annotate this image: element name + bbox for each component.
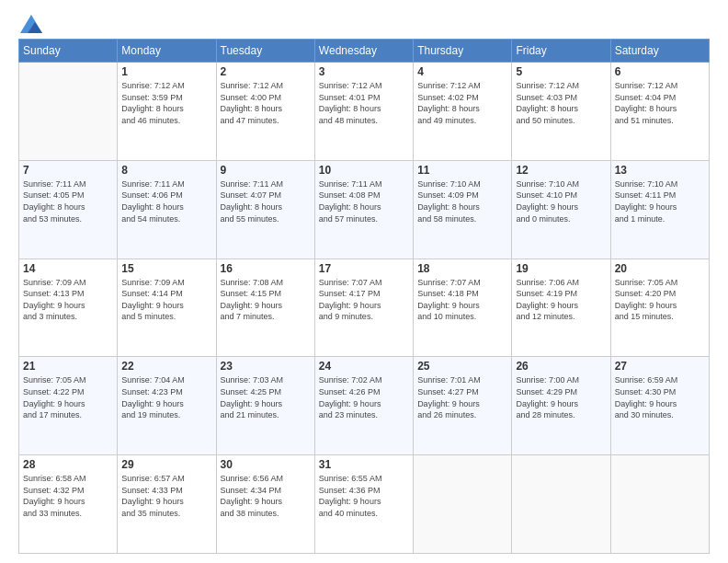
- logo-icon: [20, 15, 42, 33]
- cell-info-text: Sunrise: 7:11 AMSunset: 4:05 PMDaylight:…: [23, 178, 113, 224]
- cell-day-number: 24: [319, 360, 409, 373]
- cell-day-number: 1: [121, 65, 211, 78]
- calendar-cell: 26Sunrise: 7:00 AMSunset: 4:29 PMDayligh…: [512, 357, 610, 455]
- cell-day-number: 23: [221, 360, 311, 373]
- cell-info-text: Sunrise: 7:05 AMSunset: 4:22 PMDaylight:…: [23, 374, 113, 420]
- calendar-cell: 21Sunrise: 7:05 AMSunset: 4:22 PMDayligh…: [19, 357, 118, 455]
- calendar-week-3: 14Sunrise: 7:09 AMSunset: 4:13 PMDayligh…: [19, 259, 710, 357]
- cell-day-number: 22: [121, 360, 211, 373]
- cell-day-number: 30: [221, 458, 311, 471]
- cell-info-text: Sunrise: 7:10 AMSunset: 4:09 PMDaylight:…: [417, 178, 507, 224]
- calendar-cell: [19, 63, 118, 161]
- cell-info-text: Sunrise: 7:03 AMSunset: 4:25 PMDaylight:…: [221, 374, 311, 420]
- cell-info-text: Sunrise: 6:55 AMSunset: 4:36 PMDaylight:…: [319, 473, 409, 519]
- calendar-cell: 8Sunrise: 7:11 AMSunset: 4:06 PMDaylight…: [118, 160, 216, 259]
- cell-day-number: 5: [516, 65, 606, 78]
- calendar-cell: 15Sunrise: 7:09 AMSunset: 4:14 PMDayligh…: [118, 259, 216, 357]
- calendar-cell: [414, 455, 512, 554]
- calendar-cell: 19Sunrise: 7:06 AMSunset: 4:19 PMDayligh…: [512, 259, 610, 357]
- calendar-cell: 18Sunrise: 7:07 AMSunset: 4:18 PMDayligh…: [414, 259, 512, 357]
- calendar-cell: 7Sunrise: 7:11 AMSunset: 4:05 PMDaylight…: [19, 160, 118, 259]
- calendar-cell: 28Sunrise: 6:58 AMSunset: 4:32 PMDayligh…: [19, 455, 118, 554]
- cell-day-number: 16: [221, 262, 311, 275]
- cell-day-number: 18: [417, 262, 507, 275]
- cell-day-number: 3: [319, 65, 409, 78]
- calendar-cell: 25Sunrise: 7:01 AMSunset: 4:27 PMDayligh…: [414, 357, 512, 455]
- cell-info-text: Sunrise: 6:59 AMSunset: 4:30 PMDaylight:…: [615, 374, 705, 420]
- cell-day-number: 14: [23, 262, 113, 275]
- calendar-cell: 29Sunrise: 6:57 AMSunset: 4:33 PMDayligh…: [118, 455, 216, 554]
- cell-day-number: 12: [516, 164, 606, 177]
- cell-info-text: Sunrise: 7:10 AMSunset: 4:10 PMDaylight:…: [516, 178, 606, 224]
- calendar-cell: 20Sunrise: 7:05 AMSunset: 4:20 PMDayligh…: [610, 259, 709, 357]
- cell-day-number: 6: [615, 65, 705, 78]
- cell-info-text: Sunrise: 7:09 AMSunset: 4:14 PMDaylight:…: [121, 277, 211, 323]
- cell-day-number: 29: [121, 458, 211, 471]
- cell-info-text: Sunrise: 7:11 AMSunset: 4:08 PMDaylight:…: [319, 178, 409, 224]
- cell-day-number: 8: [121, 164, 211, 177]
- calendar-header-saturday: Saturday: [610, 40, 709, 63]
- page: SundayMondayTuesdayWednesdayThursdayFrid…: [0, 0, 728, 563]
- cell-info-text: Sunrise: 6:57 AMSunset: 4:33 PMDaylight:…: [121, 473, 211, 519]
- cell-info-text: Sunrise: 7:08 AMSunset: 4:15 PMDaylight:…: [221, 277, 311, 323]
- cell-info-text: Sunrise: 7:12 AMSunset: 4:02 PMDaylight:…: [417, 80, 507, 126]
- cell-info-text: Sunrise: 7:12 AMSunset: 4:00 PMDaylight:…: [221, 80, 311, 126]
- cell-day-number: 25: [417, 360, 507, 373]
- cell-info-text: Sunrise: 6:58 AMSunset: 4:32 PMDaylight:…: [23, 473, 113, 519]
- calendar-header-friday: Friday: [512, 40, 610, 63]
- calendar-week-4: 21Sunrise: 7:05 AMSunset: 4:22 PMDayligh…: [19, 357, 710, 455]
- calendar-cell: 17Sunrise: 7:07 AMSunset: 4:17 PMDayligh…: [314, 259, 413, 357]
- calendar-table: SundayMondayTuesdayWednesdayThursdayFrid…: [18, 39, 710, 554]
- cell-info-text: Sunrise: 7:06 AMSunset: 4:19 PMDaylight:…: [516, 277, 606, 323]
- cell-day-number: 10: [319, 164, 409, 177]
- calendar-cell: 10Sunrise: 7:11 AMSunset: 4:08 PMDayligh…: [314, 160, 413, 259]
- calendar-week-2: 7Sunrise: 7:11 AMSunset: 4:05 PMDaylight…: [19, 160, 710, 259]
- logo: [18, 15, 42, 29]
- cell-day-number: 28: [23, 458, 113, 471]
- calendar-cell: 4Sunrise: 7:12 AMSunset: 4:02 PMDaylight…: [414, 63, 512, 161]
- calendar-week-1: 1Sunrise: 7:12 AMSunset: 3:59 PMDaylight…: [19, 63, 710, 161]
- calendar-cell: 12Sunrise: 7:10 AMSunset: 4:10 PMDayligh…: [512, 160, 610, 259]
- cell-day-number: 21: [23, 360, 113, 373]
- calendar-cell: 30Sunrise: 6:56 AMSunset: 4:34 PMDayligh…: [216, 455, 314, 554]
- cell-day-number: 20: [615, 262, 705, 275]
- calendar-cell: 23Sunrise: 7:03 AMSunset: 4:25 PMDayligh…: [216, 357, 314, 455]
- calendar-header-tuesday: Tuesday: [216, 40, 314, 63]
- calendar-week-5: 28Sunrise: 6:58 AMSunset: 4:32 PMDayligh…: [19, 455, 710, 554]
- cell-info-text: Sunrise: 6:56 AMSunset: 4:34 PMDaylight:…: [221, 473, 311, 519]
- cell-day-number: 9: [221, 164, 311, 177]
- calendar-header-wednesday: Wednesday: [314, 40, 413, 63]
- calendar-cell: 1Sunrise: 7:12 AMSunset: 3:59 PMDaylight…: [118, 63, 216, 161]
- cell-info-text: Sunrise: 7:12 AMSunset: 3:59 PMDaylight:…: [121, 80, 211, 126]
- calendar-header-row: SundayMondayTuesdayWednesdayThursdayFrid…: [19, 40, 710, 63]
- cell-info-text: Sunrise: 7:10 AMSunset: 4:11 PMDaylight:…: [615, 178, 705, 224]
- calendar-cell: 27Sunrise: 6:59 AMSunset: 4:30 PMDayligh…: [610, 357, 709, 455]
- cell-info-text: Sunrise: 7:04 AMSunset: 4:23 PMDaylight:…: [121, 374, 211, 420]
- calendar-cell: 22Sunrise: 7:04 AMSunset: 4:23 PMDayligh…: [118, 357, 216, 455]
- cell-day-number: 11: [417, 164, 507, 177]
- cell-day-number: 4: [417, 65, 507, 78]
- calendar-cell: 31Sunrise: 6:55 AMSunset: 4:36 PMDayligh…: [314, 455, 413, 554]
- calendar-header-sunday: Sunday: [19, 40, 118, 63]
- cell-info-text: Sunrise: 7:07 AMSunset: 4:17 PMDaylight:…: [319, 277, 409, 323]
- cell-info-text: Sunrise: 7:12 AMSunset: 4:03 PMDaylight:…: [516, 80, 606, 126]
- cell-day-number: 2: [221, 65, 311, 78]
- cell-info-text: Sunrise: 7:01 AMSunset: 4:27 PMDaylight:…: [417, 374, 507, 420]
- cell-info-text: Sunrise: 7:07 AMSunset: 4:18 PMDaylight:…: [417, 277, 507, 323]
- calendar-cell: 6Sunrise: 7:12 AMSunset: 4:04 PMDaylight…: [610, 63, 709, 161]
- calendar-cell: 3Sunrise: 7:12 AMSunset: 4:01 PMDaylight…: [314, 63, 413, 161]
- calendar-cell: 11Sunrise: 7:10 AMSunset: 4:09 PMDayligh…: [414, 160, 512, 259]
- cell-info-text: Sunrise: 7:12 AMSunset: 4:04 PMDaylight:…: [615, 80, 705, 126]
- calendar-cell: 16Sunrise: 7:08 AMSunset: 4:15 PMDayligh…: [216, 259, 314, 357]
- calendar-header-monday: Monday: [118, 40, 216, 63]
- cell-day-number: 19: [516, 262, 606, 275]
- cell-info-text: Sunrise: 7:11 AMSunset: 4:07 PMDaylight:…: [221, 178, 311, 224]
- cell-day-number: 26: [516, 360, 606, 373]
- cell-info-text: Sunrise: 7:11 AMSunset: 4:06 PMDaylight:…: [121, 178, 211, 224]
- cell-day-number: 13: [615, 164, 705, 177]
- calendar-cell: [610, 455, 709, 554]
- cell-info-text: Sunrise: 7:09 AMSunset: 4:13 PMDaylight:…: [23, 277, 113, 323]
- cell-day-number: 31: [319, 458, 409, 471]
- calendar-cell: 14Sunrise: 7:09 AMSunset: 4:13 PMDayligh…: [19, 259, 118, 357]
- calendar-cell: 2Sunrise: 7:12 AMSunset: 4:00 PMDaylight…: [216, 63, 314, 161]
